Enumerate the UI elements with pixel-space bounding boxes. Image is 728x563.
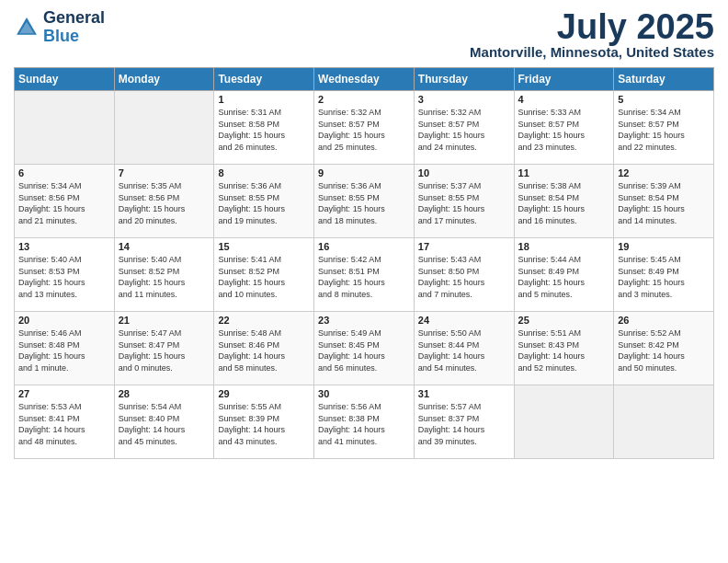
- week-row-5: 27Sunrise: 5:53 AM Sunset: 8:41 PM Dayli…: [15, 385, 714, 459]
- calendar-cell: 2Sunrise: 5:32 AM Sunset: 8:57 PM Daylig…: [314, 91, 415, 165]
- day-info: Sunrise: 5:51 AM Sunset: 8:43 PM Dayligh…: [518, 327, 610, 373]
- day-number: 19: [618, 241, 710, 252]
- day-number: 23: [318, 315, 410, 326]
- calendar-header-row: SundayMondayTuesdayWednesdayThursdayFrid…: [15, 68, 714, 91]
- calendar-cell: 29Sunrise: 5:55 AM Sunset: 8:39 PM Dayli…: [214, 385, 314, 459]
- calendar-cell: [514, 385, 614, 459]
- day-number: 9: [318, 167, 410, 178]
- day-info: Sunrise: 5:43 AM Sunset: 8:50 PM Dayligh…: [418, 254, 510, 300]
- day-info: Sunrise: 5:32 AM Sunset: 8:57 PM Dayligh…: [318, 107, 410, 153]
- calendar-cell: 19Sunrise: 5:45 AM Sunset: 8:49 PM Dayli…: [614, 238, 714, 312]
- calendar-cell: [614, 385, 714, 459]
- day-number: 22: [218, 315, 310, 326]
- day-info: Sunrise: 5:36 AM Sunset: 8:55 PM Dayligh…: [218, 180, 310, 226]
- logo-icon: [14, 15, 40, 40]
- day-number: 11: [518, 167, 610, 178]
- day-info: Sunrise: 5:41 AM Sunset: 8:52 PM Dayligh…: [218, 254, 310, 300]
- day-info: Sunrise: 5:42 AM Sunset: 8:51 PM Dayligh…: [318, 254, 410, 300]
- month-title: July 2025: [470, 9, 714, 44]
- day-header-monday: Monday: [114, 68, 214, 91]
- week-row-2: 6Sunrise: 5:34 AM Sunset: 8:56 PM Daylig…: [15, 165, 714, 238]
- day-number: 13: [18, 241, 110, 252]
- day-number: 15: [218, 241, 310, 252]
- day-number: 3: [418, 94, 510, 105]
- calendar-cell: 4Sunrise: 5:33 AM Sunset: 8:57 PM Daylig…: [514, 91, 614, 165]
- calendar-cell: 13Sunrise: 5:40 AM Sunset: 8:53 PM Dayli…: [15, 238, 115, 312]
- day-info: Sunrise: 5:46 AM Sunset: 8:48 PM Dayligh…: [18, 327, 110, 373]
- day-number: 28: [119, 388, 210, 399]
- title-block: July 2025 Mantorville, Minnesota, United…: [470, 9, 714, 60]
- day-info: Sunrise: 5:34 AM Sunset: 8:57 PM Dayligh…: [618, 107, 710, 153]
- calendar-cell: 17Sunrise: 5:43 AM Sunset: 8:50 PM Dayli…: [414, 238, 514, 312]
- day-info: Sunrise: 5:56 AM Sunset: 8:38 PM Dayligh…: [318, 401, 410, 447]
- logo-general: General: [43, 8, 105, 27]
- day-number: 12: [618, 167, 710, 178]
- calendar-cell: 16Sunrise: 5:42 AM Sunset: 8:51 PM Dayli…: [314, 238, 415, 312]
- day-info: Sunrise: 5:44 AM Sunset: 8:49 PM Dayligh…: [518, 254, 610, 300]
- day-number: 24: [418, 315, 510, 326]
- day-info: Sunrise: 5:50 AM Sunset: 8:44 PM Dayligh…: [418, 327, 510, 373]
- day-number: 17: [418, 241, 510, 252]
- calendar-cell: 15Sunrise: 5:41 AM Sunset: 8:52 PM Dayli…: [214, 238, 314, 312]
- day-number: 16: [318, 241, 410, 252]
- day-number: 26: [618, 315, 710, 326]
- day-number: 10: [418, 167, 510, 178]
- day-info: Sunrise: 5:47 AM Sunset: 8:47 PM Dayligh…: [119, 327, 210, 373]
- calendar-cell: 1Sunrise: 5:31 AM Sunset: 8:58 PM Daylig…: [214, 91, 314, 165]
- week-row-4: 20Sunrise: 5:46 AM Sunset: 8:48 PM Dayli…: [15, 312, 714, 385]
- page-header: General Blue July 2025 Mantorville, Minn…: [14, 9, 714, 60]
- calendar-cell: 24Sunrise: 5:50 AM Sunset: 8:44 PM Dayli…: [414, 312, 514, 385]
- day-number: 25: [518, 315, 610, 326]
- calendar-cell: 28Sunrise: 5:54 AM Sunset: 8:40 PM Dayli…: [114, 385, 214, 459]
- calendar-table: SundayMondayTuesdayWednesdayThursdayFrid…: [14, 67, 714, 459]
- day-info: Sunrise: 5:49 AM Sunset: 8:45 PM Dayligh…: [318, 327, 410, 373]
- day-info: Sunrise: 5:37 AM Sunset: 8:55 PM Dayligh…: [418, 180, 510, 226]
- calendar-cell: 20Sunrise: 5:46 AM Sunset: 8:48 PM Dayli…: [15, 312, 115, 385]
- day-info: Sunrise: 5:48 AM Sunset: 8:46 PM Dayligh…: [218, 327, 310, 373]
- day-number: 4: [518, 94, 610, 105]
- day-info: Sunrise: 5:32 AM Sunset: 8:57 PM Dayligh…: [418, 107, 510, 153]
- calendar-cell: 25Sunrise: 5:51 AM Sunset: 8:43 PM Dayli…: [514, 312, 614, 385]
- day-info: Sunrise: 5:40 AM Sunset: 8:52 PM Dayligh…: [119, 254, 210, 300]
- calendar-cell: 21Sunrise: 5:47 AM Sunset: 8:47 PM Dayli…: [114, 312, 214, 385]
- day-header-friday: Friday: [514, 68, 614, 91]
- day-number: 2: [318, 94, 410, 105]
- calendar-cell: 12Sunrise: 5:39 AM Sunset: 8:54 PM Dayli…: [614, 165, 714, 238]
- day-number: 8: [218, 167, 310, 178]
- day-number: 5: [618, 94, 710, 105]
- day-header-sunday: Sunday: [15, 68, 115, 91]
- location: Mantorville, Minnesota, United States: [470, 44, 714, 60]
- calendar-cell: 31Sunrise: 5:57 AM Sunset: 8:37 PM Dayli…: [414, 385, 514, 459]
- logo-blue: Blue: [43, 27, 79, 45]
- calendar-cell: 10Sunrise: 5:37 AM Sunset: 8:55 PM Dayli…: [414, 165, 514, 238]
- day-info: Sunrise: 5:45 AM Sunset: 8:49 PM Dayligh…: [618, 254, 710, 300]
- calendar-cell: 8Sunrise: 5:36 AM Sunset: 8:55 PM Daylig…: [214, 165, 314, 238]
- day-number: 20: [18, 315, 110, 326]
- day-number: 1: [218, 94, 310, 105]
- day-number: 30: [318, 388, 410, 399]
- calendar-cell: [15, 91, 115, 165]
- day-number: 18: [518, 241, 610, 252]
- day-info: Sunrise: 5:38 AM Sunset: 8:54 PM Dayligh…: [518, 180, 610, 226]
- logo-text: General Blue: [43, 9, 105, 46]
- day-number: 21: [119, 315, 210, 326]
- calendar-cell: 18Sunrise: 5:44 AM Sunset: 8:49 PM Dayli…: [514, 238, 614, 312]
- calendar-cell: 7Sunrise: 5:35 AM Sunset: 8:56 PM Daylig…: [114, 165, 214, 238]
- calendar-cell: 26Sunrise: 5:52 AM Sunset: 8:42 PM Dayli…: [614, 312, 714, 385]
- calendar-cell: [114, 91, 214, 165]
- day-info: Sunrise: 5:54 AM Sunset: 8:40 PM Dayligh…: [119, 401, 210, 447]
- day-number: 27: [18, 388, 110, 399]
- day-info: Sunrise: 5:34 AM Sunset: 8:56 PM Dayligh…: [18, 180, 110, 226]
- logo: General Blue: [14, 9, 105, 46]
- day-info: Sunrise: 5:40 AM Sunset: 8:53 PM Dayligh…: [18, 254, 110, 300]
- calendar-cell: 6Sunrise: 5:34 AM Sunset: 8:56 PM Daylig…: [15, 165, 115, 238]
- day-number: 14: [119, 241, 210, 252]
- week-row-3: 13Sunrise: 5:40 AM Sunset: 8:53 PM Dayli…: [15, 238, 714, 312]
- day-info: Sunrise: 5:53 AM Sunset: 8:41 PM Dayligh…: [18, 401, 110, 447]
- calendar-cell: 30Sunrise: 5:56 AM Sunset: 8:38 PM Dayli…: [314, 385, 415, 459]
- day-info: Sunrise: 5:57 AM Sunset: 8:37 PM Dayligh…: [418, 401, 510, 447]
- week-row-1: 1Sunrise: 5:31 AM Sunset: 8:58 PM Daylig…: [15, 91, 714, 165]
- day-info: Sunrise: 5:55 AM Sunset: 8:39 PM Dayligh…: [218, 401, 310, 447]
- day-info: Sunrise: 5:33 AM Sunset: 8:57 PM Dayligh…: [518, 107, 610, 153]
- calendar-cell: 23Sunrise: 5:49 AM Sunset: 8:45 PM Dayli…: [314, 312, 415, 385]
